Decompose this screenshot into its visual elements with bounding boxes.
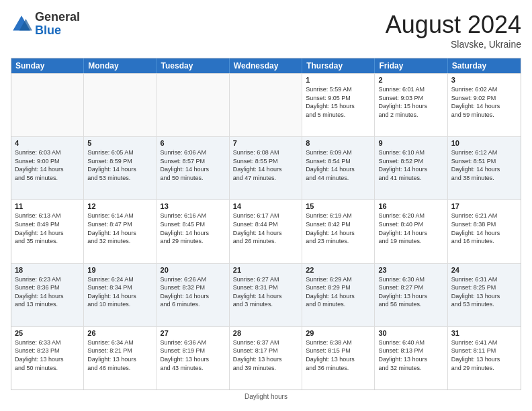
- calendar-cell: 20Sunrise: 6:26 AM Sunset: 8:32 PM Dayli…: [157, 264, 230, 326]
- day-number: 13: [161, 202, 226, 210]
- calendar-cell: 8Sunrise: 6:09 AM Sunset: 8:54 PM Daylig…: [302, 137, 375, 199]
- calendar-row-3: 11Sunrise: 6:13 AM Sunset: 8:49 PM Dayli…: [11, 199, 521, 263]
- day-number: 9: [378, 139, 443, 147]
- day-info: Sunrise: 6:12 AM Sunset: 8:51 PM Dayligh…: [451, 148, 517, 182]
- calendar-cell: 21Sunrise: 6:27 AM Sunset: 8:31 PM Dayli…: [230, 264, 302, 326]
- day-number: 4: [15, 139, 80, 147]
- location-subtitle: Slavske, Ukraine: [386, 39, 521, 50]
- header-day-wednesday: Wednesday: [230, 58, 302, 73]
- calendar-cell: 31Sunrise: 6:41 AM Sunset: 8:11 PM Dayli…: [448, 327, 521, 390]
- calendar-cell: 17Sunrise: 6:21 AM Sunset: 8:38 PM Dayli…: [448, 200, 521, 263]
- calendar-cell: 1Sunrise: 5:59 AM Sunset: 9:05 PM Daylig…: [302, 74, 375, 136]
- calendar-cell: 7Sunrise: 6:08 AM Sunset: 8:55 PM Daylig…: [230, 137, 302, 199]
- calendar-cell: 22Sunrise: 6:29 AM Sunset: 8:29 PM Dayli…: [302, 264, 375, 326]
- day-number: 27: [161, 329, 226, 337]
- day-number: 18: [15, 266, 80, 274]
- calendar-cell: [11, 74, 84, 136]
- calendar-cell: 2Sunrise: 6:01 AM Sunset: 9:03 PM Daylig…: [375, 74, 447, 136]
- day-number: 19: [87, 266, 152, 274]
- calendar-row-1: 1Sunrise: 5:59 AM Sunset: 9:05 PM Daylig…: [11, 73, 521, 136]
- day-info: Sunrise: 6:21 AM Sunset: 8:38 PM Dayligh…: [451, 212, 517, 245]
- day-info: Sunrise: 6:20 AM Sunset: 8:40 PM Dayligh…: [378, 212, 443, 245]
- day-info: Sunrise: 6:16 AM Sunset: 8:45 PM Dayligh…: [161, 212, 226, 245]
- calendar-cell: 5Sunrise: 6:05 AM Sunset: 8:59 PM Daylig…: [84, 137, 157, 199]
- calendar-row-4: 18Sunrise: 6:23 AM Sunset: 8:36 PM Dayli…: [11, 263, 521, 326]
- header-day-sunday: Sunday: [11, 58, 84, 73]
- day-info: Sunrise: 6:24 AM Sunset: 8:34 PM Dayligh…: [87, 275, 152, 309]
- calendar-cell: 23Sunrise: 6:30 AM Sunset: 8:27 PM Dayli…: [375, 264, 447, 326]
- day-number: 17: [451, 202, 517, 210]
- day-info: Sunrise: 6:34 AM Sunset: 8:21 PM Dayligh…: [87, 338, 152, 372]
- day-info: Sunrise: 5:59 AM Sunset: 9:05 PM Dayligh…: [306, 85, 371, 119]
- header-day-saturday: Saturday: [448, 58, 521, 73]
- day-number: 26: [87, 329, 152, 337]
- day-info: Sunrise: 6:17 AM Sunset: 8:44 PM Dayligh…: [233, 212, 298, 245]
- day-number: 1: [306, 76, 371, 84]
- calendar-row-2: 4Sunrise: 6:03 AM Sunset: 9:00 PM Daylig…: [11, 136, 521, 199]
- day-info: Sunrise: 6:30 AM Sunset: 8:27 PM Dayligh…: [378, 275, 443, 309]
- calendar-cell: 29Sunrise: 6:38 AM Sunset: 8:15 PM Dayli…: [302, 327, 375, 390]
- calendar-cell: [157, 74, 230, 136]
- day-number: 12: [87, 202, 152, 210]
- day-info: Sunrise: 6:33 AM Sunset: 8:23 PM Dayligh…: [15, 338, 80, 372]
- calendar-cell: 10Sunrise: 6:12 AM Sunset: 8:51 PM Dayli…: [448, 137, 521, 199]
- day-number: 7: [233, 139, 298, 147]
- day-info: Sunrise: 6:03 AM Sunset: 9:00 PM Dayligh…: [15, 148, 80, 182]
- calendar-cell: 13Sunrise: 6:16 AM Sunset: 8:45 PM Dayli…: [157, 200, 230, 263]
- logo: General Blue: [11, 11, 80, 38]
- day-number: 22: [306, 266, 371, 274]
- logo-general: General: [35, 11, 80, 24]
- day-info: Sunrise: 6:37 AM Sunset: 8:17 PM Dayligh…: [233, 338, 298, 372]
- day-number: 6: [161, 139, 226, 147]
- calendar-cell: 12Sunrise: 6:14 AM Sunset: 8:47 PM Dayli…: [84, 200, 157, 263]
- day-number: 8: [306, 139, 371, 147]
- day-number: 2: [378, 76, 443, 84]
- header: General Blue August 2024 Slavske, Ukrain…: [11, 11, 521, 50]
- day-number: 28: [233, 329, 298, 337]
- day-number: 23: [378, 266, 443, 274]
- calendar-cell: 19Sunrise: 6:24 AM Sunset: 8:34 PM Dayli…: [84, 264, 157, 326]
- header-day-tuesday: Tuesday: [157, 58, 230, 73]
- day-number: 24: [451, 266, 517, 274]
- day-number: 3: [451, 76, 517, 84]
- calendar-cell: 6Sunrise: 6:06 AM Sunset: 8:57 PM Daylig…: [157, 137, 230, 199]
- header-day-thursday: Thursday: [302, 58, 375, 73]
- calendar-cell: 25Sunrise: 6:33 AM Sunset: 8:23 PM Dayli…: [11, 327, 84, 390]
- day-info: Sunrise: 6:38 AM Sunset: 8:15 PM Dayligh…: [306, 338, 371, 372]
- calendar-cell: [230, 74, 302, 136]
- calendar-row-5: 25Sunrise: 6:33 AM Sunset: 8:23 PM Dayli…: [11, 326, 521, 390]
- logo-text: General Blue: [35, 11, 80, 38]
- day-number: 16: [378, 202, 443, 210]
- logo-blue: Blue: [35, 24, 80, 38]
- day-number: 20: [161, 266, 226, 274]
- calendar-cell: 4Sunrise: 6:03 AM Sunset: 9:00 PM Daylig…: [11, 137, 84, 199]
- calendar-cell: [84, 74, 157, 136]
- day-number: 29: [306, 329, 371, 337]
- footer-note: Daylight hours: [11, 393, 521, 400]
- day-info: Sunrise: 6:40 AM Sunset: 8:13 PM Dayligh…: [378, 338, 443, 372]
- calendar-cell: 30Sunrise: 6:40 AM Sunset: 8:13 PM Dayli…: [375, 327, 447, 390]
- day-info: Sunrise: 6:36 AM Sunset: 8:19 PM Dayligh…: [161, 338, 226, 372]
- day-number: 11: [15, 202, 80, 210]
- day-info: Sunrise: 6:02 AM Sunset: 9:02 PM Dayligh…: [451, 85, 517, 119]
- calendar-body: 1Sunrise: 5:59 AM Sunset: 9:05 PM Daylig…: [11, 73, 521, 390]
- day-number: 31: [451, 329, 517, 337]
- day-info: Sunrise: 6:05 AM Sunset: 8:59 PM Dayligh…: [87, 148, 152, 182]
- day-info: Sunrise: 6:29 AM Sunset: 8:29 PM Dayligh…: [306, 275, 371, 309]
- day-number: 14: [233, 202, 298, 210]
- day-info: Sunrise: 6:27 AM Sunset: 8:31 PM Dayligh…: [233, 275, 298, 309]
- calendar-cell: 14Sunrise: 6:17 AM Sunset: 8:44 PM Dayli…: [230, 200, 302, 263]
- calendar: SundayMondayTuesdayWednesdayThursdayFrid…: [11, 58, 521, 390]
- month-title: August 2024: [386, 11, 521, 39]
- calendar-cell: 18Sunrise: 6:23 AM Sunset: 8:36 PM Dayli…: [11, 264, 84, 326]
- day-info: Sunrise: 6:19 AM Sunset: 8:42 PM Dayligh…: [306, 212, 371, 245]
- day-number: 30: [378, 329, 443, 337]
- day-info: Sunrise: 6:01 AM Sunset: 9:03 PM Dayligh…: [378, 85, 443, 119]
- logo-icon: [11, 13, 32, 35]
- day-info: Sunrise: 6:10 AM Sunset: 8:52 PM Dayligh…: [378, 148, 443, 182]
- day-info: Sunrise: 6:08 AM Sunset: 8:55 PM Dayligh…: [233, 148, 298, 182]
- day-number: 5: [87, 139, 152, 147]
- day-info: Sunrise: 6:09 AM Sunset: 8:54 PM Dayligh…: [306, 148, 371, 182]
- day-info: Sunrise: 6:14 AM Sunset: 8:47 PM Dayligh…: [87, 212, 152, 245]
- header-day-monday: Monday: [84, 58, 157, 73]
